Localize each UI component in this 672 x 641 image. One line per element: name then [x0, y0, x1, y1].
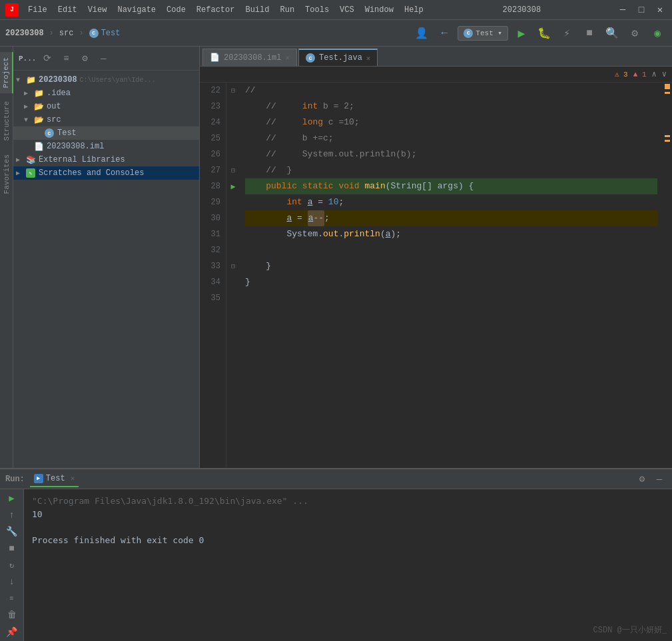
- tree-idea[interactable]: ▶ 📁 .idea: [13, 87, 199, 100]
- bottom-tab-close[interactable]: ✕: [71, 474, 75, 483]
- run-button[interactable]: ▶: [512, 25, 531, 41]
- back-btn[interactable]: ←: [435, 25, 454, 41]
- console-trash-btn[interactable]: 🗑: [5, 609, 19, 622]
- menu-help[interactable]: Help: [400, 4, 428, 16]
- code-line-33: }: [245, 258, 657, 274]
- plugin-btn[interactable]: ◉: [648, 25, 667, 41]
- console-up-btn[interactable]: ↑: [5, 509, 19, 521]
- toolbar: 20230308 › src › C Test 👤 ← C Test ▾ ▶ 🐛…: [0, 20, 672, 47]
- code-line-29: int a = 10;: [245, 194, 657, 210]
- console-down-btn[interactable]: ↓: [5, 576, 19, 588]
- menu-view[interactable]: View: [84, 4, 111, 16]
- console-run-btn[interactable]: ▶: [5, 492, 19, 505]
- java-tab-close[interactable]: ✕: [366, 54, 371, 63]
- vcs-icon-btn[interactable]: 👤: [412, 25, 431, 41]
- menu-code[interactable]: Code: [163, 4, 190, 16]
- favorites-side-tab[interactable]: Favorites: [1, 149, 13, 199]
- settings-bottom-btn[interactable]: ⚙: [635, 472, 649, 487]
- menu-refactor[interactable]: Refactor: [192, 4, 239, 16]
- debug-button[interactable]: 🐛: [535, 25, 553, 41]
- window-controls: ─ □ ✕: [616, 3, 667, 17]
- menu-window[interactable]: Window: [361, 4, 398, 16]
- menu-edit[interactable]: Edit: [54, 4, 81, 16]
- gear-icon[interactable]: ⚙: [77, 51, 92, 66]
- breadcrumb-sep1: ›: [49, 29, 54, 38]
- run-config-btn[interactable]: C Test ▾: [458, 26, 508, 41]
- console-pin-btn[interactable]: 📌: [5, 626, 19, 638]
- bottom-tab-test[interactable]: ▶ Test ✕: [30, 471, 79, 487]
- menu-build[interactable]: Build: [241, 4, 273, 16]
- tree-root[interactable]: ▼ 📁 20230308 C:\Users\yan\Ide...: [13, 73, 199, 87]
- title-bar: J File Edit View Navigate Code Refactor …: [0, 0, 672, 20]
- ext-libs-icon: 📚: [25, 154, 36, 165]
- tree-iml[interactable]: ▶ 📄 20230308.iml: [13, 140, 199, 153]
- gutter-31: [226, 226, 240, 242]
- iml-icon: 📄: [33, 141, 44, 152]
- tree-src[interactable]: ▼ 📂 src: [13, 113, 199, 126]
- console-stop-btn[interactable]: ■: [5, 542, 19, 554]
- folder-icon-src: 📂: [33, 114, 44, 125]
- console-out-2: [32, 521, 664, 534]
- search-btn[interactable]: 🔍: [603, 25, 621, 41]
- tree-root-path: C:\Users\yan\Ide...: [80, 77, 156, 84]
- gutter-34: [226, 274, 240, 290]
- structure-side-tab[interactable]: Structure: [1, 96, 13, 146]
- fold-22[interactable]: ⊟: [226, 83, 240, 99]
- menu-run[interactable]: Run: [276, 4, 298, 16]
- settings-btn[interactable]: ⚙: [625, 25, 644, 41]
- bottom-controls: ⚙ —: [635, 472, 667, 487]
- project-panel-header: P... ⟳ ≡ ⚙ —: [13, 47, 199, 71]
- breadcrumb-src[interactable]: src: [59, 29, 74, 38]
- console-rerun-btn[interactable]: ↻: [5, 558, 19, 571]
- console-output[interactable]: "C:\Program Files\Java\jdk1.8.0_192\bin\…: [24, 489, 672, 641]
- error-count: ▲ 1: [633, 71, 647, 79]
- tab-java[interactable]: C Test.java ✕: [298, 49, 378, 66]
- sync-icon[interactable]: ⟳: [40, 51, 55, 66]
- menu-file[interactable]: File: [24, 4, 51, 16]
- code-line-25: // b +=c;: [245, 130, 657, 146]
- breadcrumb-sep2: ›: [79, 29, 83, 38]
- breadcrumb-project[interactable]: 20230308: [5, 29, 44, 38]
- margin-warn-3: [665, 135, 670, 137]
- tree-test-label: Test: [57, 128, 77, 138]
- code-line-28: public static void main(String[] args) {: [245, 178, 657, 194]
- gutter-29: [226, 194, 240, 210]
- restore-button[interactable]: □: [635, 3, 648, 17]
- tree-test-java[interactable]: ▶ C Test: [13, 126, 199, 140]
- run-28[interactable]: ▶: [226, 178, 240, 194]
- collapse-all-icon[interactable]: ≡: [59, 51, 73, 66]
- tree-external-libs[interactable]: ▶ 📚 External Libraries: [13, 153, 199, 166]
- menu-navigate[interactable]: Navigate: [113, 4, 160, 16]
- breadcrumb-test[interactable]: C Test: [89, 28, 121, 38]
- code-line-26: // System.out.println(b);: [245, 146, 657, 162]
- coverage-btn[interactable]: ⚡: [557, 25, 576, 41]
- tree-iml-label: 20230308.iml: [47, 142, 104, 151]
- run-config-label: Test ▾: [476, 29, 502, 37]
- tree-out[interactable]: ▶ 📂 out: [13, 100, 199, 113]
- console-filter-btn[interactable]: ≡: [5, 592, 19, 605]
- code-line-32: [245, 242, 657, 258]
- menu-tools[interactable]: Tools: [301, 4, 333, 16]
- code-line-30: a = a--;: [245, 210, 657, 226]
- minimize-button[interactable]: ─: [616, 3, 629, 17]
- console-wrench-btn[interactable]: 🔧: [5, 525, 19, 538]
- java-tab-icon: C: [306, 53, 315, 63]
- code-line-27: // }: [245, 162, 657, 178]
- console-content: ▶ ↑ 🔧 ■ ↻ ↓ ≡ 🗑 📌 "C:\Program Files\Java…: [0, 489, 672, 641]
- minimize-panel-icon[interactable]: —: [96, 51, 111, 66]
- fold-27[interactable]: ⊟: [226, 162, 240, 178]
- iml-tab-close[interactable]: ✕: [285, 53, 290, 62]
- expand-icon[interactable]: ∧: [652, 69, 657, 79]
- stop-btn[interactable]: ■: [580, 25, 599, 41]
- folder-icon-idea: 📁: [33, 88, 44, 99]
- tree-idea-label: .idea: [47, 89, 71, 98]
- tab-iml[interactable]: 📄 20230308.iml ✕: [202, 49, 297, 66]
- menu-vcs[interactable]: VCS: [336, 4, 358, 16]
- project-tab[interactable]: Project: [0, 52, 13, 93]
- close-bottom-btn[interactable]: —: [652, 472, 667, 487]
- close-button[interactable]: ✕: [653, 3, 667, 17]
- collapse-icon[interactable]: ∨: [662, 69, 667, 79]
- tree-scratches[interactable]: ▶ ✎ Scratches and Consoles: [13, 166, 199, 180]
- fold-33[interactable]: ⊟: [226, 258, 240, 274]
- gutter-35: [226, 290, 240, 306]
